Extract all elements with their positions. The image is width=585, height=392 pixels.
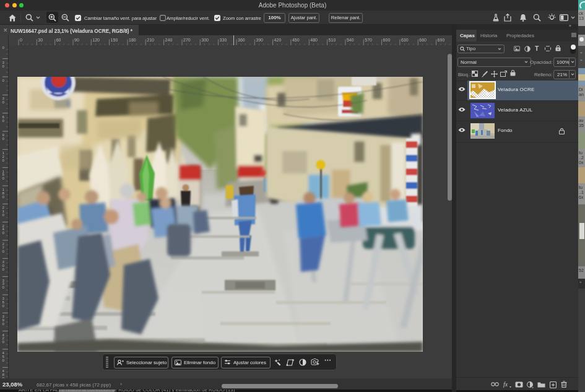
- svg-text:450: 450: [292, 38, 300, 42]
- svg-text:0: 0: [2, 194, 4, 199]
- svg-text:330: 330: [220, 38, 227, 42]
- svg-text:0: 0: [2, 339, 4, 344]
- svg-text:0: 0: [2, 45, 4, 50]
- svg-text:270: 270: [183, 38, 191, 42]
- svg-text:180: 180: [129, 38, 136, 42]
- svg-text:0: 0: [2, 303, 4, 308]
- svg-text:630: 630: [401, 38, 409, 42]
- svg-text:120: 120: [92, 38, 100, 42]
- svg-text:690: 690: [438, 38, 445, 42]
- svg-text:0: 0: [2, 64, 4, 68]
- svg-text:fx: fx: [503, 381, 508, 388]
- svg-text:0: 0: [2, 321, 4, 326]
- svg-text:600: 600: [383, 38, 391, 42]
- svg-text:0: 0: [2, 230, 4, 235]
- svg-text:360: 360: [238, 38, 245, 42]
- svg-text:0: 0: [2, 176, 4, 180]
- svg-text:0: 0: [2, 267, 4, 271]
- svg-text:0: 0: [2, 158, 4, 162]
- svg-text:510: 510: [329, 38, 336, 42]
- svg-text:0: 0: [2, 118, 4, 123]
- svg-text:60: 60: [56, 38, 61, 42]
- svg-text:90: 90: [74, 38, 79, 42]
- svg-text:660: 660: [419, 38, 427, 42]
- svg-text:540: 540: [347, 38, 354, 42]
- svg-text:0: 0: [2, 249, 4, 253]
- svg-text:390: 390: [256, 38, 263, 42]
- svg-text:300: 300: [201, 38, 209, 42]
- svg-text:150: 150: [111, 38, 118, 42]
- svg-text:0: 0: [2, 100, 4, 104]
- svg-text:480: 480: [310, 38, 318, 42]
- svg-text:210: 210: [147, 38, 154, 42]
- svg-text:30: 30: [38, 38, 43, 42]
- svg-text:0: 0: [20, 38, 22, 42]
- svg-text:0: 0: [2, 285, 4, 289]
- svg-text:0: 0: [2, 212, 4, 217]
- svg-text:0: 0: [2, 136, 4, 141]
- svg-text:570: 570: [365, 38, 372, 42]
- svg-text:0: 0: [2, 78, 4, 82]
- svg-text:420: 420: [274, 38, 282, 42]
- svg-text:240: 240: [165, 38, 173, 42]
- svg-text:0: 0: [2, 358, 4, 362]
